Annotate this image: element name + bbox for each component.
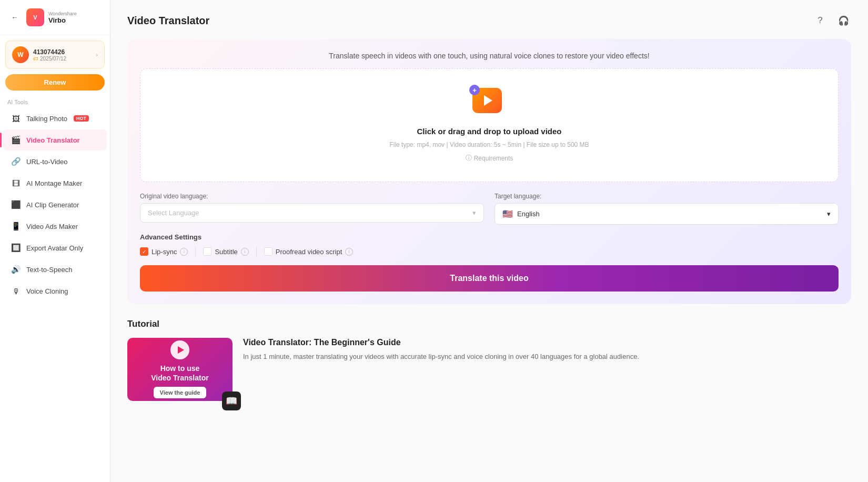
target-language-value: 🇺🇸 English <box>502 209 540 219</box>
tutorial-info-title: Video Translator: The Beginner's Guide <box>243 338 851 347</box>
info-icon-lip-sync[interactable]: i <box>180 248 188 256</box>
back-button[interactable]: ← <box>7 10 22 25</box>
nav-label-export-avatar: Export Avatar Only <box>26 244 83 252</box>
plus-icon: + <box>469 85 480 95</box>
tutorial-section: Tutorial How to useVideo Translator View… <box>127 319 851 401</box>
advanced-settings-label: Advanced Settings <box>140 233 839 241</box>
sidebar: ← V Wondershare Virbo W 413074426 🏷 2025… <box>0 0 110 482</box>
sidebar-item-voice-cloning[interactable]: 🎙 Voice Cloning <box>3 280 107 302</box>
checkboxes-row: ✓ Lip-sync i Subtitle i Proofread video … <box>140 246 839 257</box>
tutorial-info-desc: In just 1 minute, master translating you… <box>243 352 851 362</box>
target-language-label: Target language: <box>494 193 839 200</box>
sidebar-item-video-translator[interactable]: 🎬 Video Translator <box>3 129 107 150</box>
checkbox-box-lip-sync: ✓ <box>140 247 148 256</box>
avatar: W <box>12 46 29 63</box>
checkbox-subtitle[interactable]: Subtitle i <box>203 247 248 256</box>
brand-name: Wondershare <box>48 11 77 16</box>
checkbox-label-lip-sync: Lip-sync <box>152 248 177 256</box>
nav-icon-voice-cloning: 🎙 <box>11 286 21 296</box>
original-language-placeholder: Select Language <box>148 209 199 217</box>
user-id: 413074426 <box>33 48 92 56</box>
nav-label-talking-photo: Talking Photo <box>26 115 67 123</box>
nav-icon-video-translator: 🎬 <box>11 135 21 145</box>
nav-icon-export-avatar: 🔲 <box>11 243 21 253</box>
separator <box>256 246 257 257</box>
upload-icon: + <box>472 88 506 122</box>
sidebar-header: ← V Wondershare Virbo <box>0 0 110 35</box>
tutorial-title: Tutorial <box>127 319 851 329</box>
page-header: Video Translator ? 🎧 <box>127 13 851 28</box>
chevron-down-icon: ▾ <box>472 209 476 217</box>
checkbox-proofread[interactable]: Proofread video script i <box>264 247 353 256</box>
original-language-label: Original video language: <box>140 193 484 200</box>
nav-items: 🖼 Talking Photo HOT 🎬 Video Translator 🔗… <box>0 107 110 302</box>
advanced-settings: Advanced Settings ✓ Lip-sync i Subtitle … <box>140 233 839 257</box>
page-title: Video Translator <box>127 15 209 27</box>
nav-icon-video-ads: 📱 <box>11 221 21 232</box>
tutorial-thumbnail[interactable]: How to useVideo Translator View the guid… <box>127 338 233 401</box>
nav-icon-text-to-speech: 🔊 <box>11 264 21 275</box>
app-name: Virbo <box>48 16 77 24</box>
help-icon[interactable]: ? <box>812 13 828 28</box>
tutorial-thumb-text: How to useVideo Translator <box>145 364 215 383</box>
nav-icon-talking-photo: 🖼 <box>11 113 21 124</box>
nav-label-text-to-speech: Text-to-Speech <box>26 266 72 274</box>
original-language-group: Original video language: Select Language… <box>140 193 484 223</box>
nav-label-video-translator: Video Translator <box>26 136 80 144</box>
user-arrow-icon: › <box>96 52 98 58</box>
info-icon-proofread[interactable]: i <box>345 248 353 256</box>
nav-label-url-to-video: URL-to-Video <box>26 158 68 166</box>
ai-tools-label: AI Tools <box>0 96 110 107</box>
hot-badge: HOT <box>74 115 89 122</box>
sidebar-item-url-to-video[interactable]: 🔗 URL-to-Video <box>3 151 107 172</box>
check-mark-icon: ✓ <box>142 249 146 255</box>
tutorial-card: How to useVideo Translator View the guid… <box>127 338 851 401</box>
app-logo-text: Wondershare Virbo <box>48 11 77 24</box>
chevron-down-icon-target: ▾ <box>827 210 831 218</box>
requirements-link[interactable]: ⓘ Requirements <box>466 154 513 163</box>
sidebar-item-export-avatar[interactable]: 🔲 Export Avatar Only <box>3 237 107 258</box>
header-icons: ? 🎧 <box>812 13 851 28</box>
user-info: 413074426 🏷 2025/07/12 <box>33 48 92 62</box>
target-language-group: Target language: 🇺🇸 English ▾ <box>494 193 839 225</box>
nav-icon-ai-montage: 🎞 <box>11 178 21 188</box>
separator <box>195 246 196 257</box>
info-icon-subtitle[interactable]: i <box>241 248 249 256</box>
sidebar-item-text-to-speech[interactable]: 🔊 Text-to-Speech <box>3 259 107 280</box>
checkbox-label-proofread: Proofread video script <box>276 248 342 256</box>
upload-section: Translate speech in videos with one touc… <box>127 39 851 304</box>
calendar-icon: 🏷 <box>33 56 38 62</box>
nav-label-video-ads: Video Ads Maker <box>26 223 78 230</box>
main-content: Video Translator ? 🎧 Translate speech in… <box>110 0 868 482</box>
sidebar-item-ai-montage[interactable]: 🎞 AI Montage Maker <box>3 173 107 194</box>
sidebar-item-talking-photo[interactable]: 🖼 Talking Photo HOT <box>3 108 107 129</box>
headset-icon[interactable]: 🎧 <box>835 13 851 28</box>
original-language-select[interactable]: Select Language ▾ <box>140 203 484 223</box>
flag-icon: 🇺🇸 <box>502 209 513 219</box>
checkbox-box-subtitle <box>203 247 211 256</box>
nav-label-ai-montage: AI Montage Maker <box>26 179 82 187</box>
req-circle-icon: ⓘ <box>466 154 472 163</box>
tutorial-info: Video Translator: The Beginner's Guide I… <box>243 338 851 362</box>
view-guide-button[interactable]: View the guide <box>154 387 207 398</box>
upload-subtitle: File type: mp4, mov | Video duration: 5s… <box>389 141 589 148</box>
app-logo-icon: V <box>26 8 44 26</box>
upload-title: Click or drag and drop to upload video <box>417 127 561 136</box>
sidebar-item-video-ads[interactable]: 📱 Video Ads Maker <box>3 216 107 237</box>
play-button[interactable] <box>170 340 189 359</box>
target-language-select[interactable]: 🇺🇸 English ▾ <box>494 203 839 225</box>
checkbox-lip-sync[interactable]: ✓ Lip-sync i <box>140 247 188 256</box>
sidebar-item-ai-clip[interactable]: ⬛ AI Clip Generator <box>3 194 107 215</box>
book-icon: 📖 <box>222 391 241 410</box>
nav-icon-ai-clip: ⬛ <box>11 199 21 210</box>
nav-icon-url-to-video: 🔗 <box>11 156 21 167</box>
play-triangle-icon <box>484 95 492 106</box>
user-card[interactable]: W 413074426 🏷 2025/07/12 › <box>5 41 105 69</box>
renew-button[interactable]: Renew <box>5 74 105 91</box>
upload-banner: Translate speech in videos with one touc… <box>140 52 839 60</box>
checkbox-box-proofread <box>264 247 272 256</box>
upload-box[interactable]: + Click or drag and drop to upload video… <box>140 68 839 182</box>
language-settings-row: Original video language: Select Language… <box>140 193 839 225</box>
checkbox-label-subtitle: Subtitle <box>215 248 237 256</box>
translate-button[interactable]: Translate this video <box>140 265 839 292</box>
